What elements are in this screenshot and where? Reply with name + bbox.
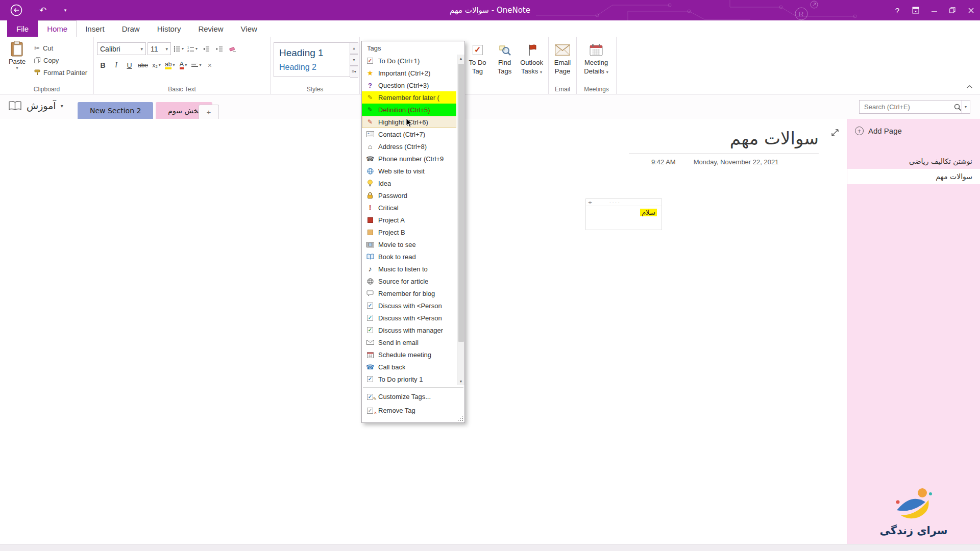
font-size-combo[interactable]: 11▾ xyxy=(148,42,171,55)
tag-item[interactable]: Remember for blog xyxy=(362,287,456,299)
format-painter-button[interactable]: Format Painter xyxy=(34,68,87,77)
undo-button[interactable]: ↶ xyxy=(34,0,52,20)
notebook-dropdown[interactable]: آموزش ▾ xyxy=(8,100,63,111)
ribbon-tab-history[interactable]: History xyxy=(149,20,190,37)
note-container-handle[interactable]: ◂▸ ···· xyxy=(586,199,662,206)
tags-menu-scrollbar[interactable]: ▲ ▼ xyxy=(457,55,464,385)
full-page-view-button[interactable] xyxy=(831,129,839,139)
email-page-button[interactable]: Email Page xyxy=(552,39,573,85)
outlook-tasks-button[interactable]: Outlook Tasks ▾ xyxy=(518,39,545,85)
page-list-item[interactable]: سوالات مهم xyxy=(847,169,980,184)
tag-item[interactable]: ⌂Address (Ctrl+8) xyxy=(362,140,456,153)
tag-item[interactable]: ☎Call back xyxy=(362,361,456,373)
tag-item[interactable]: ✓Discuss with manager xyxy=(362,324,456,336)
search-box[interactable]: Search (Ctrl+E) ▾ xyxy=(859,100,970,114)
ribbon-tab-insert[interactable]: Insert xyxy=(77,20,113,37)
subscript-button[interactable]: x₂▾ xyxy=(151,59,162,71)
tags-menu-footer-item[interactable]: ✓×Remove Tag xyxy=(362,404,464,417)
bullets-button[interactable]: ▾ xyxy=(173,43,185,55)
numbering-button[interactable]: 12▾ xyxy=(186,43,199,55)
ribbon-tab-home[interactable]: Home xyxy=(38,20,77,37)
close-button[interactable] xyxy=(962,0,980,20)
indent-icon xyxy=(216,46,223,52)
tag-item-label: To Do priority 1 xyxy=(378,375,423,383)
tag-item[interactable]: Send in email xyxy=(362,336,456,348)
copy-button[interactable]: Copy xyxy=(34,56,87,65)
tags-menu-footer-item[interactable]: ✓✎Customize Tags... xyxy=(362,390,464,404)
highlight-button[interactable]: ab▾ xyxy=(164,59,176,71)
styles-group: Heading 1Heading 2 ▴ ▾ ≡▾ Styles xyxy=(271,37,360,94)
section-tab[interactable]: New Section 2 xyxy=(78,102,153,119)
scroll-up-arrow[interactable]: ▲ xyxy=(457,55,464,62)
back-button[interactable] xyxy=(7,0,26,20)
ribbon-tab-view[interactable]: View xyxy=(232,20,266,37)
tag-item[interactable]: Schedule meeting xyxy=(362,348,456,361)
tag-item[interactable]: ✓To Do priority 1 xyxy=(362,373,456,385)
tag-item[interactable]: ✎Definition (Ctrl+5) xyxy=(362,104,456,116)
tag-item[interactable]: Web site to visit xyxy=(362,165,456,177)
tag-item[interactable]: ✎Remember for later ( xyxy=(362,91,456,104)
square-red-icon xyxy=(365,217,375,223)
ribbon-display-options-button[interactable] xyxy=(906,0,925,20)
tag-item[interactable]: Idea xyxy=(362,177,456,189)
window-title: سوالات مهم - OneNote xyxy=(0,6,980,15)
tag-item[interactable]: Password xyxy=(362,189,456,202)
tag-item[interactable]: Book to read xyxy=(362,251,456,263)
collapse-ribbon-button[interactable] xyxy=(966,82,973,91)
scroll-down-arrow[interactable]: ▼ xyxy=(457,378,464,385)
styles-scroll-up-button[interactable]: ▴ xyxy=(350,42,358,54)
restore-button[interactable] xyxy=(943,0,962,20)
tag-item[interactable]: ✓To Do (Ctrl+1) xyxy=(362,55,456,67)
tag-item[interactable]: Movie to see xyxy=(362,238,456,251)
tag-item[interactable]: Project A xyxy=(362,214,456,226)
styles-scroll-down-button[interactable]: ▾ xyxy=(350,54,358,66)
style-heading-1[interactable]: Heading 1 xyxy=(279,47,345,59)
help-button[interactable]: ? xyxy=(888,0,906,20)
cut-button[interactable]: ✂Cut xyxy=(34,43,87,53)
bold-button[interactable]: B xyxy=(97,59,109,71)
page-title[interactable]: سوالات مهم xyxy=(629,128,819,154)
ribbon-tab-file[interactable]: File xyxy=(7,20,38,37)
tag-item[interactable]: Project B xyxy=(362,226,456,238)
tag-item[interactable]: Source for article xyxy=(362,275,456,287)
clear-formatting-button[interactable]: × xyxy=(204,59,215,71)
add-page-button[interactable]: + Add Page xyxy=(847,119,980,140)
minimize-button[interactable] xyxy=(925,0,943,20)
italic-button[interactable]: I xyxy=(110,59,122,71)
tag-item[interactable]: ✓Discuss with <Person xyxy=(362,312,456,324)
decrease-indent-button[interactable] xyxy=(200,43,212,55)
ribbon-tab-draw[interactable]: Draw xyxy=(113,20,149,37)
menu-resize-grip[interactable] xyxy=(458,416,463,421)
styles-more-button[interactable]: ≡▾ xyxy=(350,66,358,78)
tag-item[interactable]: ?Question (Ctrl+3) xyxy=(362,79,456,91)
add-section-button[interactable]: + xyxy=(199,105,219,119)
font-name-combo[interactable]: Calibri▾ xyxy=(97,42,146,55)
font-color-button[interactable]: A▾ xyxy=(177,59,189,71)
bottom-scrollbar-strip[interactable] xyxy=(0,544,980,551)
paragraph-align-button[interactable]: ▾ xyxy=(190,59,202,71)
tag-item[interactable]: Contact (Ctrl+7) xyxy=(362,128,456,140)
source-icon xyxy=(365,278,375,285)
strikethrough-button[interactable]: abe xyxy=(137,59,149,71)
underline-button[interactable]: U xyxy=(124,59,135,71)
tag-item[interactable]: !Critical xyxy=(362,202,456,214)
qat-customize-button[interactable]: ▾ xyxy=(60,0,70,20)
increase-indent-button[interactable] xyxy=(213,43,225,55)
tag-item[interactable]: ★Important (Ctrl+2) xyxy=(362,67,456,79)
meeting-details-button[interactable]: Meeting Details ▾ xyxy=(580,39,612,85)
tag-item[interactable]: ✎Highlight (Ctrl+6) xyxy=(362,116,456,128)
tag-item[interactable]: ☎Phone number (Ctrl+9 xyxy=(362,153,456,165)
style-heading-2[interactable]: Heading 2 xyxy=(279,63,345,72)
note-container[interactable]: ◂▸ ···· سلام xyxy=(585,198,662,230)
tag-item[interactable]: ♪Music to listen to xyxy=(362,263,456,275)
scrollbar-thumb[interactable] xyxy=(458,64,464,342)
tag-item[interactable]: ✓Discuss with <Person xyxy=(362,299,456,312)
page-list-item[interactable]: نوشتن تکالیف ریاضی xyxy=(847,154,980,169)
find-tags-button[interactable]: Find Tags xyxy=(491,39,518,85)
note-text[interactable]: سلام xyxy=(586,206,662,222)
paste-button[interactable]: Paste ▾ xyxy=(3,39,31,85)
todo-tag-button[interactable]: ✓ To Do Tag xyxy=(464,39,491,85)
ribbon-tab-review[interactable]: Review xyxy=(189,20,232,37)
format-eraser-button[interactable] xyxy=(227,43,238,55)
search-scope-dropdown[interactable]: ▾ xyxy=(961,101,970,113)
